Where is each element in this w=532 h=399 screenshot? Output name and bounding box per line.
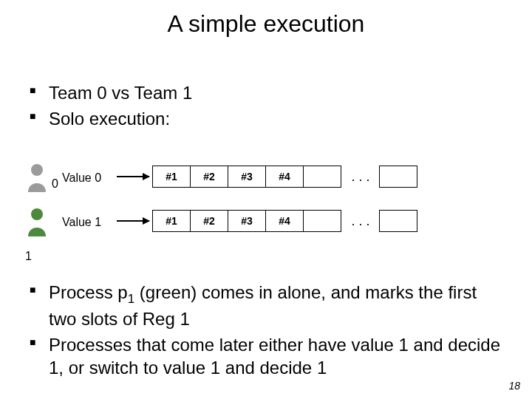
ellipsis: . . . [341, 166, 380, 188]
reg-cell: #1 [152, 166, 191, 188]
reg-cell: #4 [265, 166, 304, 188]
subscript: 1 [128, 292, 134, 306]
bullet-item: Solo execution: [30, 107, 502, 130]
person-icon [25, 207, 49, 236]
bullet-item: Processes that come later either have va… [30, 333, 502, 379]
reg-cell: #4 [265, 210, 304, 232]
reg-cell [303, 210, 341, 232]
arrow-icon [117, 176, 149, 177]
reg-cell [379, 210, 417, 232]
bottom-bullet-list: Process p1 (green) comes in alone, and m… [30, 281, 502, 382]
ellipsis: . . . [341, 210, 380, 232]
arrow-icon [117, 220, 149, 222]
top-bullet-list: Team 0 vs Team 1 Solo execution: [30, 81, 502, 133]
bullet-item: Process p1 (green) comes in alone, and m… [30, 281, 502, 330]
value-label: Value 0 [62, 171, 101, 185]
page-number: 18 [508, 380, 520, 392]
reg-cell: #1 [152, 210, 191, 232]
bullet-item: Team 0 vs Team 1 [30, 81, 502, 104]
reg-cell: #2 [190, 166, 228, 188]
reg-cell: #3 [228, 166, 266, 188]
value-label: Value 1 [62, 216, 101, 229]
svg-point-0 [31, 164, 43, 176]
slide: A simple execution Team 0 vs Team 1 Solo… [0, 0, 532, 399]
reg-cell: #2 [190, 210, 228, 232]
person-icon [25, 163, 49, 192]
reg-cell [303, 166, 341, 188]
bullet-text: Processes that come later either have va… [49, 335, 500, 378]
reg-cell [379, 166, 417, 188]
register-cells: #1 #2 #3 #4 . . . [152, 166, 417, 188]
register-cells: #1 #2 #3 #4 . . . [152, 210, 417, 232]
person-label: 1 [25, 250, 32, 263]
execution-row: 0 Value 0 #1 #2 #3 #4 . . . [22, 166, 510, 202]
person-label: 0 [52, 177, 58, 191]
bullet-text: Process p [49, 282, 128, 302]
execution-row: 1 Value 1 #1 #2 #3 #4 . . . [22, 210, 510, 247]
svg-point-1 [31, 208, 43, 220]
slide-title: A simple execution [0, 10, 532, 38]
reg-cell: #3 [228, 210, 266, 232]
